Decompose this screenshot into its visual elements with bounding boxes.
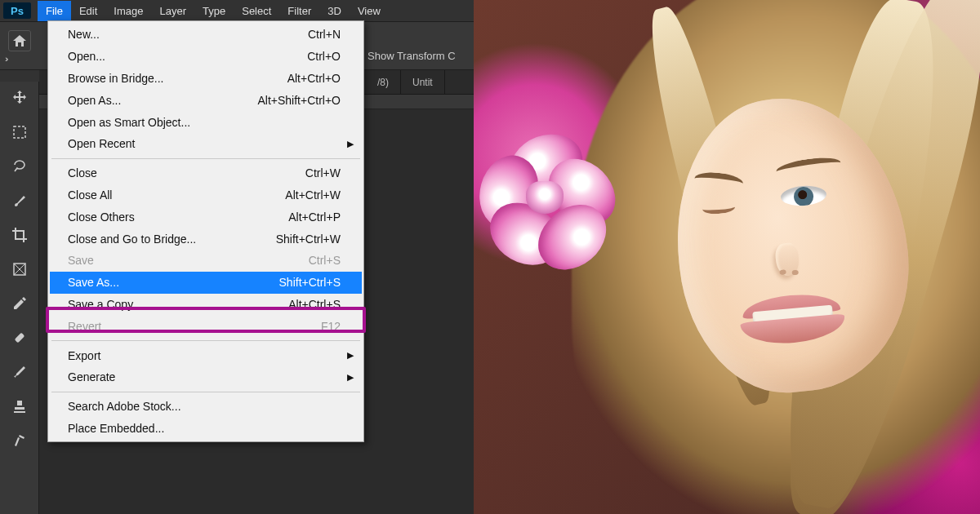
menu-item-search-stock[interactable]: Search Adobe Stock... (50, 396, 362, 418)
menu-item-browse-bridge[interactable]: Browse in Bridge...Alt+Ctrl+O (50, 68, 362, 90)
menu-item-close-all[interactable]: Close AllAlt+Ctrl+W (50, 184, 362, 206)
menu-separator (51, 340, 360, 341)
menubar: Ps File Edit Image Layer Type Select Fil… (0, 0, 474, 21)
menu-item-save-as[interactable]: Save As...Shift+Ctrl+S (50, 272, 362, 294)
menu-item-place-embedded[interactable]: Place Embedded... (50, 418, 362, 440)
tool-frame[interactable] (7, 258, 32, 281)
tool-stamp[interactable] (7, 395, 32, 418)
menu-item-close-bridge[interactable]: Close and Go to Bridge...Shift+Ctrl+W (50, 228, 362, 250)
photoshop-ui: Ps File Edit Image Layer Type Select Fil… (0, 0, 474, 514)
menu-item-close-others[interactable]: Close OthersAlt+Ctrl+P (50, 206, 362, 228)
menu-item-open-smart-object[interactable]: Open as Smart Object... (50, 111, 362, 133)
menu-item-new[interactable]: New...Ctrl+N (50, 24, 362, 46)
submenu-arrow-icon: ▶ (347, 350, 354, 361)
menu-item-open-as[interactable]: Open As...Alt+Shift+Ctrl+O (50, 89, 362, 111)
tool-history[interactable] (7, 429, 32, 452)
menu-item-save-copy[interactable]: Save a Copy...Alt+Ctrl+S (50, 294, 362, 316)
app-logo: Ps (3, 2, 31, 19)
menu-separator (51, 158, 360, 159)
submenu-arrow-icon: ▶ (347, 139, 354, 149)
menu-item-generate[interactable]: Generate▶ (50, 366, 362, 388)
home-button[interactable] (8, 30, 31, 51)
menu-item-open-recent[interactable]: Open Recent▶ (50, 133, 362, 155)
menu-type[interactable]: Type (194, 1, 234, 21)
document-tab[interactable]: Untit (401, 70, 445, 95)
tools-panel (0, 82, 39, 514)
tool-move[interactable] (7, 86, 32, 109)
tool-lasso[interactable] (7, 155, 32, 178)
menu-edit[interactable]: Edit (71, 1, 105, 21)
tool-paint[interactable] (7, 361, 32, 383)
file-menu-dropdown: New...Ctrl+N Open...Ctrl+O Browse in Bri… (47, 20, 364, 442)
menu-image[interactable]: Image (105, 1, 151, 21)
home-icon (13, 35, 26, 47)
document-tab-active[interactable]: /8) (366, 70, 401, 95)
menu-item-close[interactable]: CloseCtrl+W (50, 162, 362, 184)
svg-rect-0 (14, 126, 25, 138)
tool-eyedropper[interactable] (7, 292, 32, 315)
tool-crop[interactable] (7, 224, 32, 246)
menu-separator (51, 392, 360, 392)
submenu-arrow-icon: ▶ (347, 372, 354, 383)
tool-healing[interactable] (7, 326, 32, 349)
menu-item-export[interactable]: Export▶ (50, 344, 362, 366)
menu-view[interactable]: View (350, 1, 389, 21)
tool-marquee[interactable] (7, 121, 32, 144)
menu-3d[interactable]: 3D (319, 1, 350, 21)
menu-layer[interactable]: Layer (152, 1, 195, 21)
menu-file[interactable]: File (38, 1, 71, 21)
menu-item-open[interactable]: Open...Ctrl+O (50, 46, 362, 68)
menu-select[interactable]: Select (234, 1, 279, 21)
result-photo (474, 0, 980, 514)
menu-item-revert: RevertF12 (50, 315, 362, 337)
menu-filter[interactable]: Filter (279, 1, 319, 21)
menu-item-save: SaveCtrl+S (50, 250, 362, 272)
photo-flower (477, 131, 616, 269)
tool-brush[interactable] (7, 189, 32, 212)
panel-collapse-icon[interactable]: ›› (5, 54, 6, 64)
svg-rect-4 (14, 333, 24, 343)
show-transform-label: Show Transform C (368, 50, 456, 62)
